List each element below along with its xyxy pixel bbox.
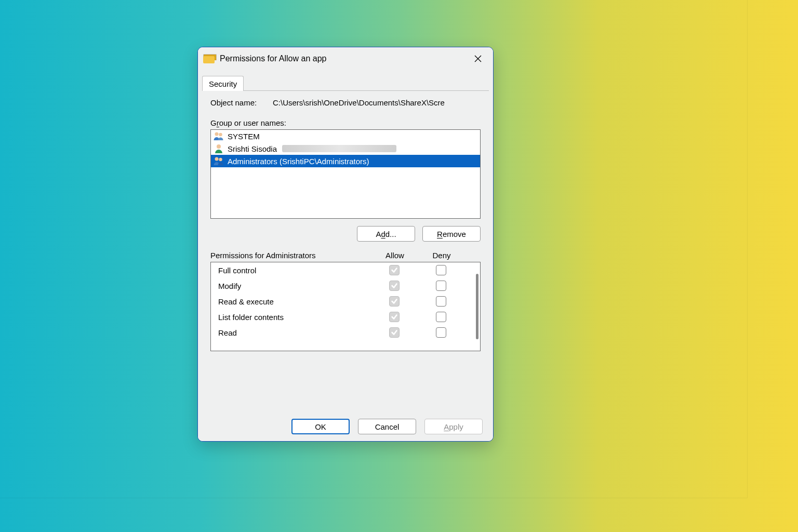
user-buttons-row: Add... Remove (210, 226, 481, 242)
folder-icon (203, 54, 215, 63)
permission-row: Read & execute (211, 294, 480, 309)
add-button[interactable]: Add... (357, 226, 415, 242)
checkbox-checked-disabled[interactable] (389, 281, 400, 291)
user-list-item[interactable]: Srishti Sisodia (211, 142, 480, 155)
ok-button[interactable]: OK (291, 419, 350, 434)
deny-cell (418, 281, 464, 291)
checkbox-unchecked[interactable] (436, 296, 446, 307)
allow-cell (371, 281, 418, 291)
group-user-names-list[interactable]: SYSTEM Srishti Sisodia Administrators (S… (210, 129, 481, 219)
user-list-item[interactable]: Administrators (SrishtiPC\Administrators… (211, 155, 480, 167)
remove-button[interactable]: Remove (422, 226, 481, 242)
deny-cell (418, 296, 464, 307)
group-icon (213, 156, 224, 166)
deny-cell (418, 312, 464, 322)
dialog-body: Object name: C:\Users\srish\OneDrive\Doc… (202, 91, 489, 408)
permission-label: Modify (218, 282, 371, 290)
group-icon (213, 131, 224, 141)
window-title: Permissions for Allow an app (220, 54, 326, 63)
svg-point-0 (215, 132, 219, 136)
object-name-row: Object name: C:\Users\srish\OneDrive\Doc… (210, 98, 481, 107)
user-list-item[interactable]: SYSTEM (211, 130, 480, 142)
user-icon (213, 143, 224, 154)
checkbox-unchecked[interactable] (436, 281, 446, 291)
svg-point-3 (215, 157, 219, 161)
checkbox-checked-disabled[interactable] (389, 296, 400, 307)
object-name-label: Object name: (210, 98, 273, 107)
permission-label: Read & execute (218, 297, 371, 306)
close-button[interactable] (466, 50, 490, 67)
svg-point-4 (219, 158, 222, 161)
allow-column-header: Allow (371, 251, 418, 260)
deny-cell (418, 265, 464, 275)
svg-point-1 (219, 133, 222, 136)
cancel-button[interactable]: Cancel (358, 419, 416, 434)
dialog-footer: OK Cancel Apply (198, 412, 493, 441)
permission-row: Read (211, 325, 480, 340)
checkbox-checked-disabled[interactable] (389, 312, 400, 322)
tab-row: Security (202, 73, 489, 91)
object-name-value: C:\Users\srish\OneDrive\Documents\ShareX… (273, 98, 481, 107)
allow-cell (371, 265, 418, 275)
permissions-scrollbar[interactable] (476, 274, 478, 339)
user-list-item-label: Administrators (SrishtiPC\Administrators… (228, 157, 369, 166)
permission-row: Full control (211, 262, 480, 278)
permissions-dialog: Permissions for Allow an app Security Ob… (197, 47, 494, 442)
user-list-item-label: Srishti Sisodia (228, 144, 277, 153)
permissions-for-label: Permissions for Administrators (210, 251, 371, 260)
permission-label: Full control (218, 266, 371, 275)
permission-row: List folder contents (211, 309, 480, 325)
allow-cell (371, 312, 418, 322)
permission-row: Modify (211, 278, 480, 294)
titlebar: Permissions for Allow an app (198, 47, 493, 70)
tab-security[interactable]: Security (202, 76, 244, 91)
permissions-list: Full controlModifyRead & executeList fol… (210, 262, 481, 351)
permission-label: Read (218, 328, 371, 337)
redacted-text (282, 145, 396, 152)
deny-cell (418, 327, 464, 338)
permissions-header: Permissions for Administrators Allow Den… (210, 251, 481, 262)
checkbox-unchecked[interactable] (436, 265, 446, 275)
svg-point-2 (217, 144, 221, 149)
allow-cell (371, 327, 418, 338)
checkbox-checked-disabled[interactable] (389, 265, 400, 275)
checkbox-unchecked[interactable] (436, 312, 446, 322)
checkbox-unchecked[interactable] (436, 327, 446, 338)
permission-label: List folder contents (218, 313, 371, 322)
allow-cell (371, 296, 418, 307)
apply-button[interactable]: Apply (424, 419, 483, 434)
deny-column-header: Deny (418, 251, 465, 260)
close-icon (474, 55, 482, 62)
group-user-names-label: Group or user names: (210, 118, 481, 127)
user-list-item-label: SYSTEM (228, 132, 260, 141)
checkbox-checked-disabled[interactable] (389, 327, 400, 338)
